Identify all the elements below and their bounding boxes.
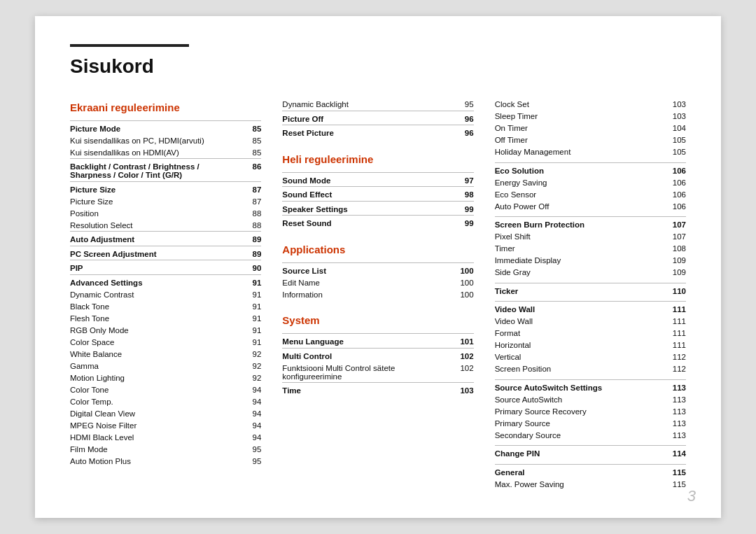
col3-top-table: Clock Set103Sleep Timer103On Timer104Off… [495, 99, 686, 158]
row-label: Auto Adjustment [70, 232, 240, 246]
col2-heli-table: Sound Mode97Sound Effect98Speaker Settin… [282, 172, 473, 230]
row-label: Horizontal [495, 339, 665, 351]
row-page: 112 [665, 351, 686, 363]
row-label: Holiday Management [495, 146, 665, 158]
table-row: Video Wall111 [495, 302, 686, 316]
section-page: 111 [665, 302, 686, 316]
row-label: Time [282, 383, 452, 397]
row-label: Film Mode [70, 443, 240, 455]
row-page: 97 [453, 172, 474, 187]
table-row: Format111 [495, 328, 686, 339]
row-page: 106 [665, 200, 686, 212]
row-label: Vertical [495, 351, 665, 363]
col3-section-table: Change PIN114 [495, 445, 686, 460]
column-1: Ekraani reguleerimine Picture Mode85Kui … [70, 99, 282, 491]
row-label: Black Tone [70, 300, 240, 312]
table-row: Picture Size87 [70, 195, 261, 207]
column-2: Dynamic Backlight95Picture Off96Reset Pi… [282, 99, 494, 491]
table-row: Primary Source Recovery113 [495, 405, 686, 417]
row-label: Primary Source [495, 417, 665, 429]
table-row: Motion Lighting92 [70, 372, 261, 384]
row-page: 99 [453, 201, 474, 216]
table-row: PIP90 [70, 260, 261, 275]
row-page: 88 [240, 219, 261, 232]
table-row: Color Temp.94 [70, 395, 261, 407]
table-row: General115 [495, 464, 686, 478]
table-row: Picture Off96 [282, 111, 473, 125]
row-page: 91 [240, 312, 261, 324]
section-page: 113 [665, 379, 686, 393]
row-page: 95 [240, 443, 261, 455]
row-page: 107 [665, 231, 686, 243]
column-3: Clock Set103Sleep Timer103On Timer104Off… [495, 99, 686, 491]
row-page: 92 [240, 372, 261, 384]
row-label: Reset Picture [282, 125, 452, 139]
table-row: White Balance92 [70, 348, 261, 360]
table-row: Time103 [282, 383, 473, 397]
row-page: 98 [453, 187, 474, 202]
row-page: 103 [665, 99, 686, 111]
row-page: 99 [453, 216, 474, 230]
table-row: Reset Sound99 [282, 216, 473, 230]
table-row: Off Timer105 [495, 134, 686, 146]
table-row: Side Gray109 [495, 267, 686, 279]
row-label: PC Screen Adjustment [70, 246, 240, 260]
row-page: 106 [665, 188, 686, 200]
table-row: Funktsiooni Multi Control sätete konfigu… [282, 362, 473, 383]
col3-section-table: Source AutoSwitch Settings113Source Auto… [495, 379, 686, 442]
table-row: Black Tone91 [70, 300, 261, 312]
row-page: 100 [453, 262, 474, 276]
row-label: Source List [282, 262, 452, 276]
row-page: 102 [453, 348, 474, 362]
row-page: 100 [453, 276, 474, 288]
row-label: PIP [70, 260, 240, 275]
section-page: 114 [665, 446, 686, 460]
table-row: Digital Clean View94 [70, 407, 261, 419]
row-page: 111 [665, 316, 686, 328]
row-label: Dynamic Backlight [282, 99, 452, 111]
row-label: Side Gray [495, 267, 665, 279]
table-row: Screen Burn Protection107 [495, 217, 686, 231]
row-label: Sleep Timer [495, 111, 665, 122]
row-label: Auto Power Off [495, 200, 665, 212]
row-label: Sound Effect [282, 187, 452, 202]
row-label: Max. Power Saving [495, 478, 665, 490]
row-page: 109 [665, 255, 686, 267]
row-label: Kui sisendallikas on HDMI(AV) [70, 146, 240, 159]
row-label: Funktsiooni Multi Control sätete konfigu… [282, 362, 452, 383]
table-row: Dynamic Contrast91 [70, 288, 261, 300]
row-page: 103 [453, 383, 474, 397]
row-page: 96 [453, 125, 474, 139]
table-row: Kui sisendallikas on PC, HDMI(arvuti)85 [70, 134, 261, 146]
table-row: Timer108 [495, 243, 686, 255]
table-row: Edit Name100 [282, 276, 473, 288]
table-row: Dynamic Backlight95 [282, 99, 473, 111]
section-label: General [495, 464, 665, 478]
table-row: Auto Power Off106 [495, 200, 686, 212]
section-label: Screen Burn Protection [495, 217, 665, 231]
section-heading-applications: Applications [282, 244, 473, 255]
section-page: 107 [665, 217, 686, 231]
table-row: Resolution Select88 [70, 219, 261, 232]
row-label: Picture Size [70, 195, 240, 207]
row-label: Flesh Tone [70, 312, 240, 324]
row-label: Speaker Settings [282, 201, 452, 216]
col2-top-table: Dynamic Backlight95Picture Off96Reset Pi… [282, 99, 473, 139]
row-label: Picture Mode [70, 120, 240, 134]
col3-section-table: Screen Burn Protection107Pixel Shift107T… [495, 216, 686, 279]
table-row: Screen Position112 [495, 363, 686, 375]
row-page: 113 [665, 393, 686, 405]
table-row: Film Mode95 [70, 443, 261, 455]
col2-sys-table: Menu Language101Multi Control102Funktsio… [282, 333, 473, 397]
row-label: Kui sisendallikas on PC, HDMI(arvuti) [70, 134, 240, 146]
row-page: 91 [240, 336, 261, 348]
table-row: Eco Sensor106 [495, 188, 686, 200]
table-row: Picture Size87 [70, 181, 261, 195]
table-row: Vertical112 [495, 351, 686, 363]
title-bar [70, 44, 189, 47]
section-page: 110 [665, 283, 686, 297]
row-label: HDMI Black Level [70, 431, 240, 443]
row-label: Format [495, 328, 665, 339]
row-label: Edit Name [282, 276, 452, 288]
col1-table: Picture Mode85Kui sisendallikas on PC, H… [70, 120, 261, 468]
